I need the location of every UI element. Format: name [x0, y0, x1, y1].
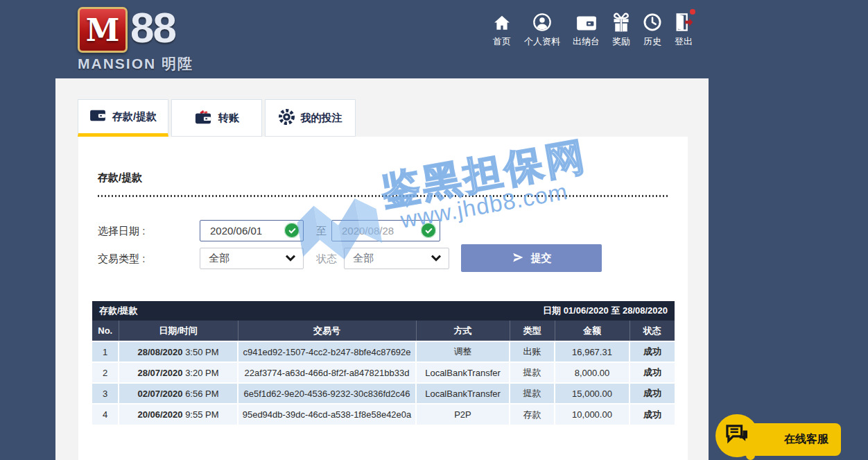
valid-check-icon	[421, 223, 436, 238]
cell-amount: 10,000.00	[555, 404, 630, 425]
notification-dot	[690, 9, 695, 15]
table-title-bar: 存款/提款 日期 01/06/2020 至 28/08/2020	[92, 301, 675, 321]
nav-item-label: 首页	[493, 35, 511, 48]
chat-icon	[725, 424, 749, 448]
cell-status: 成功	[630, 362, 675, 383]
col-header-amount: 金额	[555, 321, 630, 341]
live-chat-label: 在线客服	[784, 432, 828, 447]
cell-type: 提款	[510, 383, 555, 404]
cell-no: 1	[92, 341, 119, 362]
chevron-down-icon	[431, 253, 442, 265]
to-label: 至	[316, 220, 327, 241]
cell-no: 4	[92, 404, 119, 425]
paper-plane-icon	[512, 251, 524, 266]
nav-item-label: 历史	[643, 35, 661, 48]
col-header-status: 状态	[630, 321, 675, 341]
date-range-label: 选择日期 :	[98, 220, 145, 241]
table-row: 2 28/07/2020 3:20 PM 22af3774-a63d-466d-…	[92, 362, 675, 383]
cell-status: 成功	[630, 383, 675, 404]
cell-method: 调整	[416, 341, 510, 362]
section-divider	[98, 195, 668, 197]
cell-datetime: 20/06/2020 9:55 PM	[119, 404, 238, 425]
submit-button-label: 提交	[531, 252, 552, 265]
transactions-table: No. 日期/时间 交易号 方式 类型 金额 状态 1 28/08/2020 3…	[92, 321, 675, 425]
submit-button[interactable]: 提交	[461, 244, 602, 272]
transaction-type-select[interactable]: 全部	[200, 248, 304, 269]
col-header-datetime: 日期/时间	[119, 321, 238, 341]
col-header-type: 类型	[510, 321, 555, 341]
nav-item-label: 出纳台	[573, 35, 600, 48]
top-nav: 首页 个人资料 出纳台 奖励 历史	[492, 11, 693, 48]
tab-my-bets[interactable]: 我的投注	[265, 99, 356, 137]
table-row: 1 28/08/2020 3:50 PM c941ed92-1507-4cc2-…	[92, 341, 675, 362]
poker-chip-icon	[279, 109, 295, 128]
cell-method: LocalBankTransfer	[416, 383, 510, 404]
table-row: 3 02/07/2020 6:56 PM 6e5f1d62-9e20-4536-…	[92, 383, 675, 404]
tab-transfer[interactable]: 转账	[171, 99, 262, 137]
nav-item-rewards[interactable]: 奖励	[612, 11, 630, 48]
cell-type: 出账	[510, 341, 555, 362]
page: M 88 MANSION 明陞 首页 个人资料 出纳台 奖	[0, 0, 868, 460]
cell-method: LocalBankTransfer	[416, 362, 510, 383]
home-icon	[492, 11, 512, 32]
live-chat-bubble[interactable]	[715, 414, 758, 457]
wallet-icon	[89, 108, 106, 125]
section-title: 存款/提款	[98, 171, 142, 185]
status-select[interactable]: 全部	[344, 248, 449, 269]
cell-status: 成功	[630, 341, 675, 362]
tab-deposit-withdrawal[interactable]: 存款/提款	[78, 99, 168, 137]
status-value: 全部	[353, 252, 374, 265]
cell-txn-id: 6e5f1d62-9e20-4536-9232-30c836fd2c46	[238, 383, 416, 404]
table-row: 4 20/06/2020 9:55 PM 95ed94db-39dc-46cd-…	[92, 404, 675, 425]
table-title: 存款/提款	[99, 305, 138, 317]
nav-item-cashier[interactable]: 出纳台	[573, 11, 600, 48]
nav-item-label: 奖励	[612, 35, 630, 48]
m88-logo-subtitle: MANSION 明陞	[78, 54, 216, 74]
tab-label: 存款/提款	[112, 110, 157, 123]
history-clock-icon	[643, 11, 662, 32]
valid-check-icon	[284, 223, 300, 238]
transaction-type-label: 交易类型 :	[98, 248, 145, 269]
profile-icon	[532, 11, 552, 32]
cell-txn-id: c941ed92-1507-4cc2-b247-8bfe4c87692e	[238, 341, 416, 362]
cell-no: 2	[92, 362, 119, 383]
tab-label: 我的投注	[301, 112, 342, 125]
cell-amount: 8,000.00	[555, 362, 630, 383]
transaction-type-value: 全部	[209, 252, 229, 265]
cashier-wallet-icon	[576, 11, 597, 32]
cell-status: 成功	[630, 404, 675, 425]
cell-amount: 15,000.00	[555, 383, 630, 404]
cell-amount: 16,967.31	[555, 341, 630, 362]
col-header-txn-id: 交易号	[238, 321, 416, 341]
tab-label: 转账	[218, 112, 239, 125]
cell-method: P2P	[416, 404, 510, 425]
nav-item-label: 个人资料	[524, 35, 560, 48]
nav-item-profile[interactable]: 个人资料	[524, 11, 560, 48]
cell-txn-id: 95ed94db-39dc-46cd-a538-1f8e58e42e0a	[238, 404, 416, 425]
status-label: 状态	[316, 248, 337, 269]
transfer-wallet-icon	[194, 108, 212, 128]
cell-datetime: 02/07/2020 6:56 PM	[119, 383, 238, 404]
logout-door-icon	[675, 11, 693, 32]
m88-logo-m: M	[86, 12, 120, 48]
cell-type: 提款	[510, 362, 555, 383]
m88-logo-88: 88	[130, 3, 175, 52]
nav-item-home[interactable]: 首页	[492, 11, 512, 48]
cell-txn-id: 22af3774-a63d-466d-8f2f-a847821bb33d	[238, 362, 416, 383]
cell-no: 3	[92, 383, 119, 404]
table-header-row: No. 日期/时间 交易号 方式 类型 金额 状态	[92, 321, 675, 341]
m88-logo[interactable]: M 88 MANSION 明陞	[75, 6, 220, 74]
nav-item-label: 登出	[675, 35, 693, 48]
nav-item-history[interactable]: 历史	[643, 11, 662, 48]
rewards-gift-icon	[612, 11, 630, 32]
cell-type: 存款	[510, 404, 555, 425]
nav-item-logout[interactable]: 登出	[675, 11, 693, 48]
m88-logo-emblem: M	[78, 7, 128, 53]
col-header-no: No.	[92, 321, 119, 341]
table-date-range: 日期 01/06/2020 至 28/08/2020	[543, 305, 668, 317]
cell-datetime: 28/08/2020 3:50 PM	[119, 341, 238, 362]
col-header-method: 方式	[416, 321, 510, 341]
cell-datetime: 28/07/2020 3:20 PM	[119, 362, 238, 383]
chevron-down-icon	[285, 253, 296, 265]
